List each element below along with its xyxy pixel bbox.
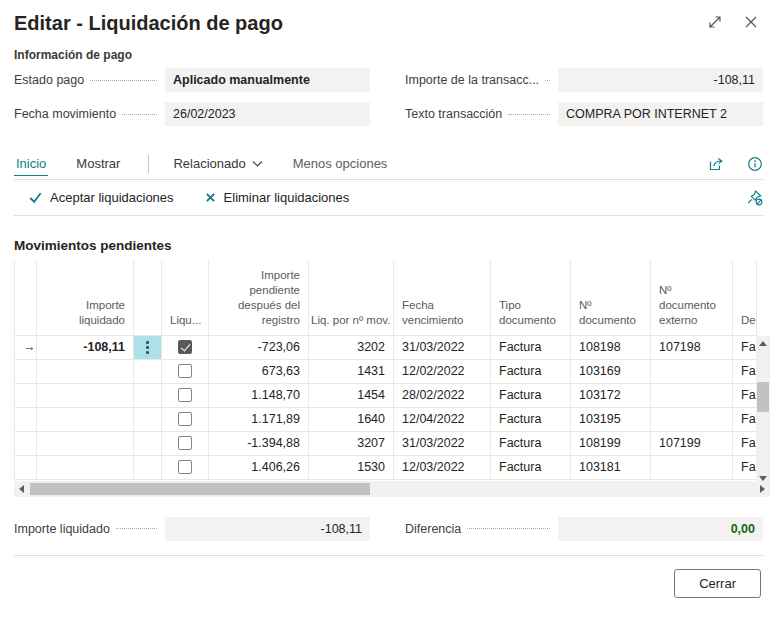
cell-row-menu[interactable] [134,383,162,407]
cell-tipo-documento[interactable]: Factura [491,455,571,479]
tab-relacionado[interactable]: Relacionado [171,152,264,175]
horizontal-scrollbar-thumb[interactable] [30,483,370,495]
col-n-documento-externo[interactable]: Nº documento externo [651,261,733,335]
tab-mostrar[interactable]: Mostrar [74,152,122,175]
col-importe-pendiente[interactable]: Importe pendiente después del registro [209,261,309,335]
col-tipo-documento[interactable]: Tipo documento [491,261,571,335]
cell-descripcion[interactable]: Fa [733,383,757,407]
cell-liquidar[interactable] [162,359,209,383]
table-row[interactable]: → -108,11 -723,06 3202 31/03/2022 Factur… [15,335,757,359]
liquidar-checkbox[interactable] [178,340,192,354]
eliminar-liquidaciones-button[interactable]: Eliminar liquidaciones [204,190,350,205]
liquidar-checkbox[interactable] [178,388,192,402]
unpin-icon[interactable] [746,189,763,206]
fecha-movimiento-field[interactable]: 26/02/2023 [165,102,370,126]
cell-importe-pendiente[interactable]: 1.171,89 [209,407,309,431]
table-row[interactable]: 673,63 1431 12/02/2022 Factura 103169 Fa [15,359,757,383]
horizontal-scrollbar[interactable] [14,481,770,497]
cell-liquidar[interactable] [162,335,209,359]
vertical-scrollbar-thumb[interactable] [757,382,769,412]
liquidar-checkbox[interactable] [178,412,192,426]
cell-fecha-vencimiento[interactable]: 12/02/2022 [394,359,491,383]
cell-liq-por-n-mov-link[interactable]: 1530 [309,455,394,479]
cell-liquidar[interactable] [162,383,209,407]
table-row[interactable]: 1.406,26 1530 12/03/2022 Factura 103181 … [15,455,757,479]
cell-n-documento-externo[interactable]: 107199 [651,431,733,455]
cell-fecha-vencimiento[interactable]: 31/03/2022 [394,335,491,359]
cell-liq-por-n-mov-link[interactable]: 1431 [309,359,394,383]
importe-transaccion-field[interactable]: -108,11 [558,68,763,92]
cell-liquidar[interactable] [162,431,209,455]
cell-fecha-vencimiento[interactable]: 31/03/2022 [394,431,491,455]
cell-importe-liquidado[interactable]: -108,11 [37,335,134,359]
cell-liq-por-n-mov-link[interactable]: 1454 [309,383,394,407]
col-n-documento[interactable]: Nº documento [571,261,651,335]
cell-importe-pendiente[interactable]: -723,06 [209,335,309,359]
cell-n-documento-externo[interactable] [651,407,733,431]
cell-row-menu[interactable] [134,431,162,455]
table-row[interactable]: 1.148,70 1454 28/02/2022 Factura 103172 … [15,383,757,407]
expand-icon[interactable] [707,14,723,30]
cell-n-documento-externo[interactable] [651,455,733,479]
cell-liq-por-n-mov-link[interactable]: 1640 [309,407,394,431]
scroll-left-arrow-icon[interactable] [19,485,24,493]
cell-liquidar[interactable] [162,407,209,431]
cell-importe-pendiente[interactable]: 1.148,70 [209,383,309,407]
cell-n-documento-externo[interactable] [651,359,733,383]
share-icon[interactable] [708,156,725,172]
cell-n-documento[interactable]: 108198 [571,335,651,359]
cell-importe-liquidado[interactable] [37,455,134,479]
cell-n-documento[interactable]: 108199 [571,431,651,455]
cell-descripcion[interactable]: Fa [733,335,757,359]
cell-n-documento[interactable]: 103172 [571,383,651,407]
cell-fecha-vencimiento[interactable]: 12/03/2022 [394,455,491,479]
cell-importe-pendiente[interactable]: 1.406,26 [209,455,309,479]
row-menu-ellipsis-icon[interactable] [134,335,162,359]
liquidar-checkbox[interactable] [178,364,192,378]
cell-row-menu[interactable] [134,407,162,431]
cell-descripcion[interactable]: Fa [733,359,757,383]
scroll-up-arrow-icon[interactable] [759,341,767,346]
cell-tipo-documento[interactable]: Factura [491,383,571,407]
col-liq-por-n-mov[interactable]: Liq. por nº mov. [309,261,394,335]
cell-importe-liquidado[interactable] [37,431,134,455]
cell-fecha-vencimiento[interactable]: 28/02/2022 [394,383,491,407]
cell-n-documento-externo[interactable] [651,383,733,407]
scroll-right-arrow-icon[interactable] [760,485,765,493]
cell-liquidar[interactable] [162,455,209,479]
texto-transaccion-field[interactable]: COMPRA POR INTERNET 2 [558,102,763,126]
close-icon[interactable] [743,14,759,30]
cell-n-documento[interactable]: 103169 [571,359,651,383]
cell-tipo-documento[interactable]: Factura [491,431,571,455]
cell-descripcion[interactable]: Fa [733,455,757,479]
cell-tipo-documento[interactable]: Factura [491,335,571,359]
vertical-scrollbar[interactable] [756,336,770,486]
cell-n-documento[interactable]: 103195 [571,407,651,431]
cell-tipo-documento[interactable]: Factura [491,407,571,431]
cell-importe-pendiente[interactable]: 673,63 [209,359,309,383]
cell-row-menu[interactable] [134,455,162,479]
cell-n-documento-externo[interactable]: 107198 [651,335,733,359]
col-fecha-vencimiento[interactable]: Fecha vencimiento [394,261,491,335]
tab-inicio[interactable]: Inicio [14,152,48,176]
cell-importe-liquidado[interactable] [37,359,134,383]
cell-n-documento[interactable]: 103181 [571,455,651,479]
liquidar-checkbox[interactable] [178,460,192,474]
cerrar-button[interactable]: Cerrar [674,569,761,598]
liquidar-checkbox[interactable] [178,436,192,450]
cell-tipo-documento[interactable]: Factura [491,359,571,383]
cell-row-menu[interactable] [134,359,162,383]
cell-descripcion[interactable]: Fa [733,431,757,455]
cell-importe-liquidado[interactable] [37,383,134,407]
estado-pago-field[interactable]: Aplicado manualmente [165,68,370,92]
col-descripcion[interactable]: Descr... [733,261,757,335]
aceptar-liquidaciones-button[interactable]: Aceptar liquidaciones [28,190,174,205]
tab-menos-opciones[interactable]: Menos opciones [291,152,390,175]
table-row[interactable]: -1.394,88 3207 31/03/2022 Factura 108199… [15,431,757,455]
table-row[interactable]: 1.171,89 1640 12/04/2022 Factura 103195 … [15,407,757,431]
cell-importe-liquidado[interactable] [37,407,134,431]
info-icon[interactable] [747,156,763,172]
col-importe-liquidado[interactable]: Importe liquidado [37,261,134,335]
cell-importe-pendiente[interactable]: -1.394,88 [209,431,309,455]
cell-fecha-vencimiento[interactable]: 12/04/2022 [394,407,491,431]
